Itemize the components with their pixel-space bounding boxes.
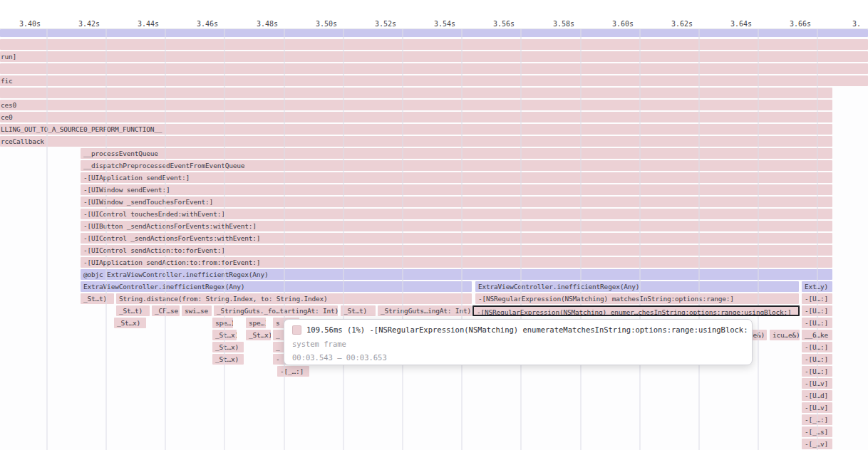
gridline	[520, 16, 522, 450]
frame[interactable]: _St…x)	[212, 342, 244, 352]
tooltip-title-row: 109.56ms (1%) -[NSRegularExpression(NSMa…	[292, 325, 748, 335]
tick-label: 3.66s	[768, 19, 811, 28]
frame-label: ExtraViewController.inefficientRegex(Any…	[475, 281, 799, 292]
frame-color-swatch-icon	[292, 325, 301, 335]
tooltip-subtitle: system frame	[292, 340, 346, 349]
frame[interactable]: _St…t)	[116, 305, 150, 316]
tick-label: 3.50s	[294, 19, 337, 28]
gridline	[46, 16, 48, 450]
time-ruler[interactable]: 3.40s3.42s3.44s3.46s3.48s3.50s3.52s3.54s…	[0, 0, 868, 28]
frame-label: _StringGuts._fo…tartingAt: Int)	[214, 305, 338, 316]
frame[interactable]: -[UIApplication sendEvent:]	[81, 172, 832, 183]
frame[interactable]: -[UIButton _sendActionsForEvents:withEve…	[81, 221, 832, 231]
frame-label: spe…))	[212, 318, 233, 328]
frame[interactable]: _St…x)	[114, 318, 146, 328]
gridline	[165, 16, 166, 450]
frame-label: _St…x)	[212, 354, 244, 365]
frame[interactable]: -[_…:]	[277, 366, 309, 377]
frame[interactable]: __processEventQueue	[81, 148, 832, 159]
frame-label: swi…se	[182, 305, 212, 316]
frame-label: -[UIControl touchesEnded:withEvent:]	[81, 209, 832, 219]
gridline	[224, 16, 225, 450]
frame-label: _St…t)	[81, 293, 114, 304]
tooltip: 109.56ms (1%) -[NSRegularExpression(NSMa…	[284, 319, 753, 365]
instruments-flame-chart-view: 3.40s3.42s3.44s3.46s3.48s3.50s3.52s3.54s…	[0, 0, 868, 450]
frame-label: -[UIControl sendAction:to:forEvent:]	[81, 245, 832, 256]
frame[interactable]: ExtraViewController.inefficientRegex(Any…	[81, 281, 472, 292]
frame-label: -[NSRegularExpression(NSMatching) enumer…	[474, 307, 798, 316]
gridline	[758, 16, 759, 450]
tick-label: 3.52s	[353, 19, 396, 28]
frame-label: ces0	[0, 100, 832, 110]
frame[interactable]	[0, 29, 868, 37]
frame-label: @objc ExtraViewController.inefficientReg…	[81, 269, 832, 280]
frame[interactable]	[0, 63, 868, 74]
gridline	[284, 16, 285, 450]
tick-label: 3.56s	[472, 19, 515, 28]
frame-label: icu…e&)	[770, 330, 800, 340]
frame[interactable]: __dispatchPreprocessedEventFromEventQueu…	[81, 160, 832, 171]
frame[interactable]: -[UIControl touchesEnded:withEvent:]	[81, 209, 832, 219]
tick-label: 3.60s	[591, 19, 634, 28]
tick-label: 3.62s	[650, 19, 693, 28]
frame[interactable]: icu…e&)	[770, 330, 800, 340]
frame[interactable]: _St…x)	[212, 354, 244, 365]
frame-label: -[NSRegularExpression(NSMatching) matche…	[475, 293, 799, 304]
tick-label: 3.	[852, 19, 868, 28]
gridline	[639, 16, 641, 450]
frame[interactable]	[0, 39, 868, 50]
frame[interactable]: ce0	[0, 112, 832, 122]
frame[interactable]: -[UIApplication sendAction:to:from:forEv…	[81, 257, 832, 268]
frame[interactable]: spe…))	[246, 318, 266, 328]
frame[interactable]: fic	[0, 75, 868, 86]
selected-frame[interactable]: -[NSRegularExpression(NSMatching) enumer…	[472, 305, 800, 316]
frame[interactable]: @objc ExtraViewController.inefficientReg…	[81, 269, 832, 280]
frame[interactable]: -[UIControl sendAction:to:forEvent:]	[81, 245, 832, 256]
tick-label: 3.44s	[116, 19, 159, 28]
frame-label: __dispatchPreprocessedEventFromEventQueu…	[81, 160, 832, 171]
frame-label: _St…x)	[246, 330, 271, 340]
frame[interactable]: swi…se	[182, 305, 212, 316]
frame-label: -[UIWindow _sendTouchesForEvent:]	[81, 197, 832, 207]
frame[interactable]: -[UIWindow sendEvent:]	[81, 184, 832, 195]
frame[interactable]: run]	[0, 51, 868, 62]
gridline	[461, 16, 463, 450]
gridline	[817, 16, 818, 450]
tooltip-time-range: 00:03.543 — 00:03.653	[292, 353, 387, 362]
frame[interactable]: -[UIControl _sendActionsForEvents:withEv…	[81, 233, 832, 244]
frame[interactable]: LLING_OUT_TO_A_SOURCE0_PERFORM_FUNCTION_…	[0, 124, 832, 135]
frame[interactable]: -[NSRegularExpression(NSMatching) matche…	[475, 293, 799, 304]
tooltip-title: 109.56ms (1%) -[NSRegularExpression(NSMa…	[306, 325, 748, 334]
tick-label: 3.64s	[709, 19, 752, 28]
gridline	[580, 16, 582, 450]
frame-label: -[UIWindow sendEvent:]	[81, 184, 832, 195]
ruler-separator	[0, 28, 868, 29]
tick-label: 3.54s	[413, 19, 455, 28]
frame-label: ExtraViewController.inefficientRegex(Any…	[81, 281, 472, 292]
frame-label: -[UIControl _sendActionsForEvents:withEv…	[81, 233, 832, 244]
frame-label: _St…x)	[212, 342, 244, 352]
frame[interactable]: ces0	[0, 100, 832, 110]
frame[interactable]: _StringGuts._fo…tartingAt: Int)	[214, 305, 338, 316]
tick-label: 3.42s	[57, 19, 100, 28]
tick-label: 3.40s	[0, 19, 41, 28]
gridline	[402, 16, 403, 450]
frame[interactable]: spe…))	[212, 318, 233, 328]
frame[interactable]: _StringGuts…ingAt: Int)	[378, 305, 472, 316]
tick-label: 3.48s	[235, 19, 278, 28]
frame-label: rceCallback	[0, 136, 832, 147]
frame[interactable]: String.distance(from: String.Index, to: …	[116, 293, 472, 304]
frame[interactable]: _St…t)	[341, 305, 376, 316]
frame[interactable]: _St…t)	[81, 293, 114, 304]
frame[interactable]: _St…x)	[246, 330, 271, 340]
frame[interactable]: -[UIWindow _sendTouchesForEvent:]	[81, 197, 832, 207]
frame-label: _St…x)	[114, 318, 146, 328]
frame-label: -[UIApplication sendEvent:]	[81, 172, 832, 183]
frame[interactable]: ExtraViewController.inefficientRegex(Any…	[475, 281, 799, 292]
frame-label: -[_…:]	[277, 366, 309, 377]
frame-label: -[UIButton _sendActionsForEvents:withEve…	[81, 221, 832, 231]
tick-label: 3.58s	[532, 19, 574, 28]
frame[interactable]: rceCallback	[0, 136, 832, 147]
gridline	[698, 16, 700, 450]
frame[interactable]	[0, 88, 832, 98]
